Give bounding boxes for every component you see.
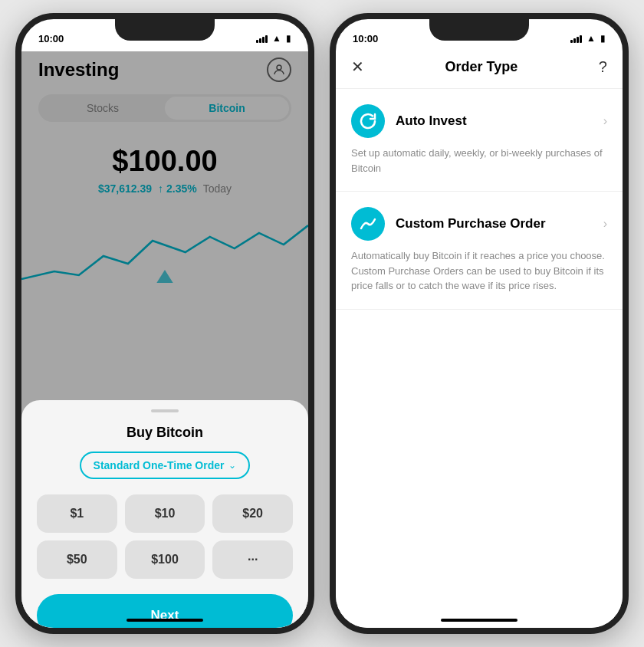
amount-100[interactable]: $100 [125, 540, 205, 579]
status-icons-left: ▲ ▮ [256, 33, 291, 44]
battery-icon-right: ▮ [600, 33, 606, 44]
chevron-down-icon: ⌄ [228, 460, 236, 471]
time-right: 10:00 [353, 33, 378, 44]
battery-icon: ▮ [286, 33, 291, 44]
custom-purchase-row: Custom Purchase Order › [351, 207, 607, 241]
amount-more[interactable]: ··· [212, 540, 293, 579]
custom-purchase-icon [351, 207, 385, 241]
auto-invest-label: Auto Invest [396, 113, 593, 129]
auto-invest-desc: Set up automatic daily, weekly, or bi-we… [351, 146, 607, 176]
sheet-handle [151, 409, 179, 412]
sheet-title: Buy Bitcoin [37, 425, 293, 441]
left-phone: 10:00 ▲ ▮ Investing [15, 13, 314, 634]
custom-purchase-chevron: › [603, 217, 607, 231]
custom-purchase-option[interactable]: Custom Purchase Order › Automatically bu… [336, 192, 623, 310]
signal-icon-right [570, 34, 582, 43]
auto-invest-row: Auto Invest › [351, 104, 607, 138]
order-type-header: ✕ Order Type ? [336, 51, 623, 89]
order-type-label: Standard One-Time Order [94, 459, 225, 471]
amount-20[interactable]: $20 [212, 494, 293, 533]
header-title: Order Type [445, 59, 518, 75]
close-button[interactable]: ✕ [351, 57, 364, 76]
auto-invest-chevron: › [603, 114, 607, 128]
next-button[interactable]: Next [37, 594, 293, 634]
wifi-icon-right: ▲ [586, 33, 596, 44]
amount-1[interactable]: $1 [37, 494, 117, 533]
amount-grid: $1 $10 $20 $50 $100 ··· [37, 494, 293, 579]
auto-invest-icon [351, 104, 385, 138]
auto-invest-option[interactable]: Auto Invest › Set up automatic daily, we… [336, 89, 623, 192]
right-phone: 10:00 ▲ ▮ ✕ Order Type ? [330, 13, 629, 634]
right-screen: ✕ Order Type ? Auto Invest › Set up auto… [336, 51, 623, 634]
notch-right [429, 19, 529, 41]
wifi-icon: ▲ [272, 33, 281, 44]
left-screen: Investing Stocks Bitcoin $100.00 $37,612… [21, 51, 308, 634]
time-left: 10:00 [38, 33, 64, 44]
bottom-sheet: Buy Bitcoin Standard One-Time Order ⌄ $1… [21, 400, 308, 634]
custom-purchase-label: Custom Purchase Order [396, 216, 593, 232]
custom-purchase-desc: Automatically buy Bitcoin if it reaches … [351, 248, 607, 294]
home-indicator-right [441, 619, 518, 622]
help-button[interactable]: ? [599, 58, 607, 76]
signal-icon [256, 34, 268, 43]
notch [115, 19, 215, 41]
status-icons-right: ▲ ▮ [570, 33, 606, 44]
order-type-button[interactable]: Standard One-Time Order ⌄ [80, 452, 251, 479]
amount-10[interactable]: $10 [125, 494, 205, 533]
home-indicator-left [127, 619, 203, 622]
amount-50[interactable]: $50 [37, 540, 117, 579]
